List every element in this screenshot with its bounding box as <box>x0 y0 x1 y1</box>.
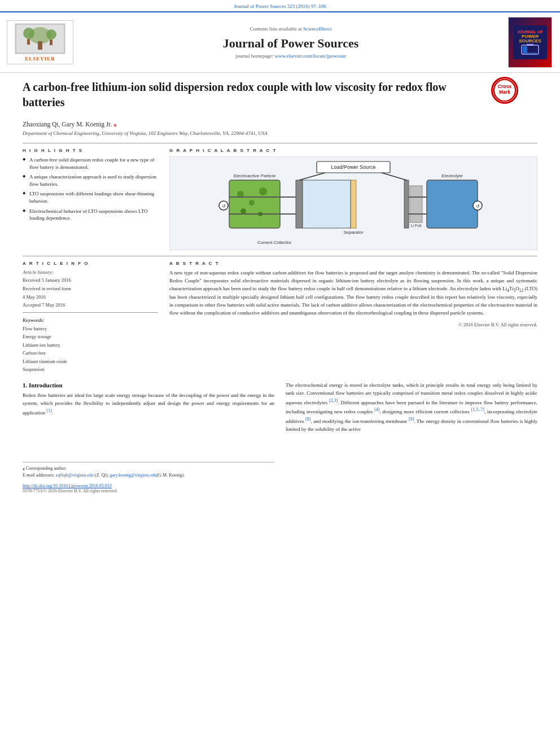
journal-logo-right-box: JOURNAL OF POWER SOURCES ELSEVIER <box>508 17 552 68</box>
ref-4: [4] <box>374 407 379 412</box>
homepage-link[interactable]: www.elsevier.com/locate/jpowsour <box>275 53 346 59</box>
highlights-list: A carbon-free solid dispersion redox cou… <box>23 156 158 222</box>
svg-rect-30 <box>410 186 422 222</box>
abstract-copyright: © 2016 Elsevier B.V. All rights reserved… <box>169 322 537 327</box>
footnote-area: ⁎ Corresponding author. E-mail addresses… <box>23 462 274 493</box>
email-label: E-mail addresses: <box>23 473 55 478</box>
svg-rect-5 <box>27 39 30 45</box>
svg-rect-34 <box>296 180 303 228</box>
ref-8: [8] <box>305 417 310 422</box>
divider-3 <box>23 312 158 313</box>
contents-label: Contents lists available at <box>250 26 302 32</box>
article-info-abstract-section: A R T I C L E I N F O Article history: R… <box>23 261 537 374</box>
homepage-line: journal homepage: www.elsevier.com/locat… <box>85 53 497 59</box>
ref-1: [1] <box>46 408 51 413</box>
journal-center-info: Contents lists available at ScienceDirec… <box>73 26 508 59</box>
highlight-item-2: A unique characterization approach is us… <box>23 173 158 187</box>
doi-link[interactable]: http://dx.doi.org/10.1016/j.jpowsour.201… <box>23 483 112 488</box>
svg-point-24 <box>249 200 255 206</box>
intro-right-col: The electrochemical energy is stored in … <box>286 382 537 494</box>
ref-9: [9] <box>409 417 414 422</box>
elsevier-tree-icon <box>15 23 65 54</box>
article-received-revised-label: Received in revised form <box>23 285 158 292</box>
section-title: 1. Introduction <box>23 382 274 388</box>
homepage-label: journal homepage: <box>235 53 273 59</box>
ref-1-5-7: [1,5–7] <box>471 407 484 412</box>
keyword-5: Lithium titanium oxide <box>23 357 158 365</box>
article-title: A carbon-free lithium-ion solid dispersi… <box>23 80 485 110</box>
svg-rect-36 <box>404 180 409 228</box>
keyword-3: Lithium-ion battery <box>23 341 158 349</box>
introduction-section: 1. Introduction Redox flow batteries are… <box>23 382 537 494</box>
article-received: Received 5 January 2016 <box>23 277 158 284</box>
svg-rect-13 <box>527 44 533 46</box>
svg-text:Li Foil: Li Foil <box>411 224 422 228</box>
svg-rect-21 <box>229 180 280 228</box>
graphical-abstract-col: G R A P H I C A L A B S T R A C T Load/P… <box>169 148 537 250</box>
article-accepted: Accepted 7 May 2016 <box>23 302 158 309</box>
svg-text:Cross: Cross <box>498 84 512 89</box>
highlight-item-4: Electrochemical behavior of LTO suspensi… <box>23 208 158 222</box>
keyword-2: Energy storage <box>23 333 158 340</box>
authors-line: Zhaoxiang Qi, Gary M. Koenig Jr. ⁎ <box>23 120 537 128</box>
elsevier-logo-box: ELSEVIER <box>7 20 73 64</box>
abstract-heading: A B S T R A C T <box>169 261 537 266</box>
svg-line-38 <box>299 173 325 180</box>
graphical-abstract-diagram: Load/Power Source Electroactive Particle… <box>169 156 537 250</box>
email1-suffix: (Z. Qi), <box>94 473 108 478</box>
svg-rect-2 <box>38 41 42 50</box>
highlights-col: H I G H L I G H T S A carbon-free solid … <box>23 148 158 250</box>
divider-1 <box>23 143 537 143</box>
keywords-list: Flow battery Energy storage Lithium-ion … <box>23 325 158 374</box>
graphical-abstract-heading: G R A P H I C A L A B S T R A C T <box>169 148 537 153</box>
main-content: A carbon-free lithium-ion solid dispersi… <box>0 73 560 500</box>
svg-point-25 <box>259 187 267 195</box>
journal-main-title: Journal of Power Sources <box>85 36 497 51</box>
email2-suffix: (G.M. Koenig). <box>156 473 185 478</box>
highlights-graphical-section: H I G H L I G H T S A carbon-free solid … <box>23 148 537 250</box>
svg-text:Separator: Separator <box>343 230 363 235</box>
ref-2-3: [2,3] <box>329 398 338 403</box>
svg-rect-28 <box>427 180 478 228</box>
contents-line: Contents lists available at ScienceDirec… <box>85 26 497 32</box>
svg-text:Electroactive Particle: Electroactive Particle <box>234 173 276 178</box>
flow-battery-diagram: Load/Power Source Electroactive Particle… <box>173 160 533 245</box>
abstract-col: A B S T R A C T A new type of non-aqueou… <box>169 261 537 374</box>
highlights-heading: H I G H L I G H T S <box>23 148 158 153</box>
abstract-text: A new type of non-aqueous redox couple w… <box>169 269 537 317</box>
intro-left-col: 1. Introduction Redox flow batteries are… <box>23 382 274 494</box>
journal-logo-right: JOURNAL OF POWER SOURCES ELSEVIER <box>508 17 553 68</box>
svg-rect-6 <box>50 40 53 45</box>
intro-left-text: Redox flow batteries are ideal for large… <box>23 392 274 417</box>
crossmark-circle: Cross Mark <box>491 77 518 104</box>
svg-point-3 <box>23 28 34 39</box>
highlight-item-1: A carbon-free solid dispersion redox cou… <box>23 156 158 171</box>
keywords-label: Keywords: <box>23 317 158 323</box>
svg-text:Load/Power Source: Load/Power Source <box>331 164 375 170</box>
highlight-item-3: LTO suspensions with different loadings … <box>23 190 158 204</box>
email1-link[interactable]: zq6iqb@virginia.edu <box>56 473 94 478</box>
svg-rect-37 <box>303 180 351 228</box>
email-line: E-mail addresses: zq6iqb@virginia.edu (Z… <box>23 472 274 479</box>
svg-text:Current Collector: Current Collector <box>257 240 292 245</box>
svg-text:↺: ↺ <box>476 204 480 209</box>
journal-top-bar: Journal of Power Sources 323 (2016) 97–1… <box>0 0 560 12</box>
keyword-1: Flow battery <box>23 325 158 333</box>
author-asterisk: ⁎ <box>112 121 117 128</box>
svg-text:Mark: Mark <box>499 89 510 95</box>
email2-link[interactable]: gary.koenig@virginia.edu <box>110 473 156 478</box>
article-info-heading: A R T I C L E I N F O <box>23 261 158 266</box>
authors-names: Zhaoxiang Qi, Gary M. Koenig Jr. <box>23 121 112 128</box>
svg-rect-32 <box>351 180 356 228</box>
elsevier-brand-text: ELSEVIER <box>25 56 55 62</box>
journal-header: ELSEVIER Contents lists available at Sci… <box>0 12 560 73</box>
svg-text:JOURNAL OF: JOURNAL OF <box>517 30 543 34</box>
issn-line: 0378-7753/© 2016 Elsevier B.V. All right… <box>23 488 274 493</box>
journal-citation: Journal of Power Sources 323 (2016) 97–1… <box>234 3 326 9</box>
divider-2 <box>23 256 537 256</box>
sciencedirect-link[interactable]: ScienceDirect <box>303 26 331 32</box>
intro-right-text: The electrochemical energy is stored in … <box>286 382 537 434</box>
section-name: Introduction <box>29 382 63 388</box>
doi-line: http://dx.doi.org/10.1016/j.jpowsour.201… <box>23 483 274 488</box>
svg-text:ELSEVIER: ELSEVIER <box>523 52 537 55</box>
